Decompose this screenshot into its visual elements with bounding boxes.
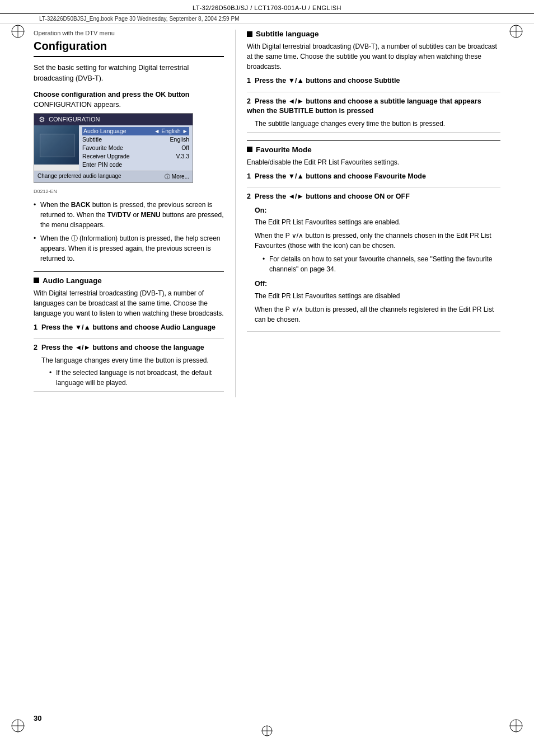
step-2: 2 Press the ◄/► buttons and choose the l…: [34, 343, 224, 392]
audio-language-section: Audio Language With Digital terrestrial …: [34, 271, 224, 392]
square-bullet-icon: [247, 147, 252, 152]
fav-step-2-body: On: The Edit PR List Favourites settings…: [255, 205, 500, 325]
config-thumbnail: [34, 125, 79, 165]
instruction-heading: Choose configuration and press the OK bu…: [34, 91, 224, 98]
config-menu-item: Audio Language ◄ English ►: [82, 127, 189, 135]
corner-mark-tr: [508, 24, 524, 39]
subtitle-language-heading: Subtitle language: [247, 30, 500, 38]
config-appears-text: CONFIGURATION appears.: [34, 101, 224, 109]
header-title: LT-32/26D50BJ/SJ / LCT1703-001A-U / ENGL…: [193, 4, 341, 11]
config-screenshot: ⚙ CONFIGURATION Audio Language ◄ English…: [34, 113, 193, 183]
fav-step-1: 1 Press the ▼/▲ buttons and choose Favou…: [247, 172, 500, 188]
corner-mark-bl: [10, 718, 26, 734]
section-bullets: When the BACK button is pressed, the pre…: [34, 200, 224, 264]
page-number: 30: [34, 714, 41, 722]
subtitle-step-1-heading: 1 Press the ▼/▲ buttons and choose Subti…: [247, 76, 500, 86]
on-bullets: For details on how to set your favourite…: [263, 254, 500, 274]
page-header: LT-32/26D50BJ/SJ / LCT1703-001A-U / ENGL…: [0, 0, 534, 14]
on-bullet-item: For details on how to set your favourite…: [263, 254, 500, 274]
subtitle-step-1: 1 Press the ▼/▲ buttons and choose Subti…: [247, 76, 500, 92]
config-menu-item: Subtitle English: [82, 135, 189, 144]
config-body: Audio Language ◄ English ► Subtitle Engl…: [34, 125, 193, 171]
subtitle-step-2-heading: 2 Press the ◄/► buttons and choose a sub…: [247, 97, 500, 116]
config-menu-item: Favourite Mode Off: [82, 144, 189, 152]
subtitle-language-section: Subtitle language With Digital terrestri…: [247, 30, 500, 133]
corner-mark-br: [508, 718, 524, 734]
config-menu-item: Enter PIN code: [82, 161, 189, 169]
config-code: D0212-EN: [34, 189, 224, 194]
step-2-heading: 2 Press the ◄/► buttons and choose the l…: [34, 343, 224, 353]
config-footer: Change preferred audio language ⓘ More..…: [34, 171, 193, 182]
fav-step-2-heading: 2 Press the ◄/► buttons and choose ON or…: [247, 192, 500, 202]
operation-label: Operation with the DTV menu: [34, 30, 224, 36]
bottom-center-mark: [260, 724, 274, 739]
square-bullet-icon: [34, 278, 39, 283]
left-column: Operation with the DTV menu Configuratio…: [34, 30, 235, 397]
subtitle-language-intro: With Digital terrestrial broadcasting (D…: [247, 41, 500, 72]
section-title: Configuration: [34, 40, 224, 57]
gear-icon: ⚙: [39, 115, 45, 124]
bullet-item: When the ⓘ (Information) button is press…: [34, 233, 224, 264]
subtitle-step-2-body: The subtitle language changes every time…: [255, 119, 500, 129]
config-title-bar: ⚙ CONFIGURATION: [34, 114, 193, 125]
on-label: On:: [255, 205, 500, 216]
off-body-1: The Edit PR List Favourites settings are…: [255, 291, 500, 301]
step-bullet: If the selected language is not broadcas…: [49, 368, 224, 388]
off-body-2: When the P ∨/∧ button is pressed, all th…: [255, 304, 500, 325]
config-menu: Audio Language ◄ English ► Subtitle Engl…: [79, 125, 193, 171]
config-footer-right: ⓘ More...: [165, 173, 189, 181]
off-label: Off:: [255, 279, 500, 289]
audio-language-intro: With Digital terrestrial broadcasting (D…: [34, 288, 224, 318]
on-body-1: The Edit PR List Favourites settings are…: [255, 217, 500, 227]
bullet-item: When the BACK button is pressed, the pre…: [34, 200, 224, 230]
fav-step-2: 2 Press the ◄/► buttons and choose ON or…: [247, 192, 500, 332]
content-area: Operation with the DTV menu Configuratio…: [0, 30, 534, 397]
step-1-heading: 1 Press the ▼/▲ buttons and choose Audio…: [34, 323, 224, 333]
file-info: LT-32&26D50BJSJ_Eng.book Page 30 Wednesd…: [0, 14, 534, 24]
config-footer-left: Change preferred audio language: [38, 173, 121, 181]
square-bullet-icon: [247, 31, 252, 37]
corner-mark-tl: [10, 24, 26, 39]
intro-text: Set the basic setting for watching Digit…: [34, 63, 224, 84]
favourite-mode-heading: Favourite Mode: [247, 145, 500, 154]
step-2-body: The language changes every time the butt…: [41, 355, 224, 388]
subtitle-step-2: 2 Press the ◄/► buttons and choose a sub…: [247, 97, 500, 133]
favourite-mode-section: Favourite Mode Enable/disable the Edit P…: [247, 140, 500, 332]
step-1: 1 Press the ▼/▲ buttons and choose Audio…: [34, 323, 224, 339]
config-title: CONFIGURATION: [49, 116, 100, 123]
fav-step-1-heading: 1 Press the ▼/▲ buttons and choose Favou…: [247, 172, 500, 182]
on-body-2: When the P ∨/∧ button is pressed, only t…: [255, 231, 500, 251]
config-menu-item: Receiver Upgrade V.3.3: [82, 152, 189, 161]
favourite-mode-intro: Enable/disable the Edit PR List Favourit…: [247, 157, 500, 167]
audio-language-heading: Audio Language: [34, 276, 224, 285]
right-column: Subtitle language With Digital terrestri…: [235, 30, 500, 397]
page-container: LT-32/26D50BJ/SJ / LCT1703-001A-U / ENGL…: [0, 0, 534, 756]
